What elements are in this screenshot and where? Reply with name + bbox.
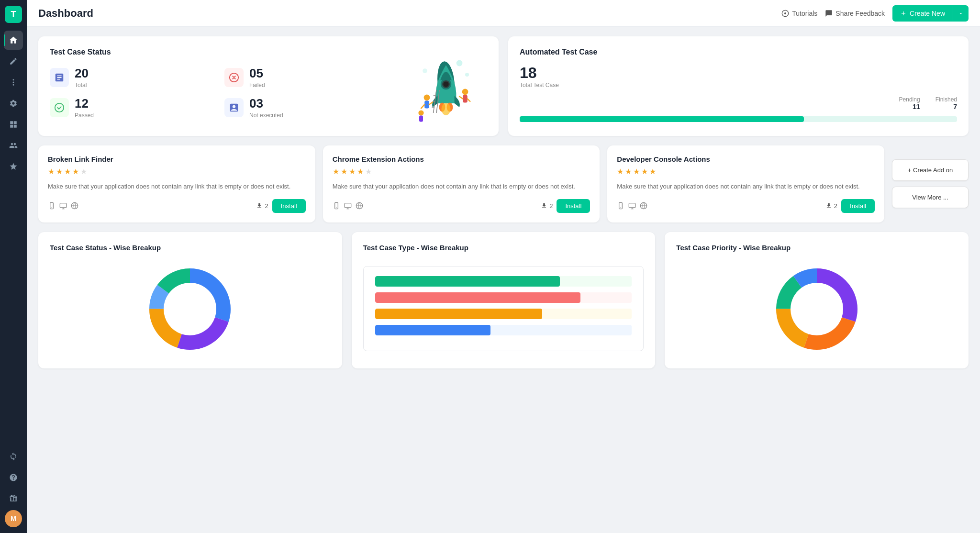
- download-icon: [256, 202, 263, 209]
- svg-rect-38: [345, 203, 351, 208]
- user-avatar[interactable]: M: [5, 510, 22, 527]
- install-button-developer-console[interactable]: Install: [841, 199, 875, 213]
- svg-point-7: [457, 60, 463, 67]
- addon-footer-chrome-extension: 2 Install: [333, 199, 590, 213]
- chart-container-type: [363, 261, 644, 356]
- sidebar-item-home[interactable]: [4, 31, 23, 50]
- progress-bar-container: [520, 116, 957, 122]
- svg-line-19: [421, 104, 424, 108]
- main-content: Dashboard Tutorials Share Feedback Creat…: [27, 0, 980, 533]
- chart-title-priority: Test Case Priority - Wise Breakup: [676, 244, 957, 252]
- svg-point-8: [465, 73, 469, 77]
- automated-subtitle: Total Test Case: [520, 82, 957, 89]
- addon-icons-chrome-extension: [333, 202, 363, 210]
- globe-icon-3: [640, 202, 647, 210]
- star-5: ★: [80, 167, 87, 176]
- svg-point-0: [13, 79, 14, 80]
- sidebar-item-edit[interactable]: [4, 52, 23, 71]
- create-addon-button[interactable]: + Create Add on: [892, 159, 969, 181]
- addon-footer-broken-link: 2 Install: [48, 199, 306, 213]
- svg-line-23: [459, 97, 463, 99]
- globe-icon-2: [356, 202, 363, 210]
- sidebar-item-gift[interactable]: [4, 489, 23, 508]
- svg-point-1: [13, 82, 14, 83]
- addons-sidebar: + Create Add on View More ...: [892, 145, 969, 222]
- star-3: ★: [64, 167, 71, 176]
- downloads-developer-console: 2: [825, 202, 837, 210]
- automated-stats: Pending 11 Finished 7: [520, 96, 957, 111]
- desktop-icon-3: [628, 202, 636, 210]
- bar-row-3: [375, 309, 632, 319]
- sidebar-item-help[interactable]: [4, 468, 23, 487]
- test-case-status-card: Test Case Status 20 Total: [38, 36, 499, 136]
- home-icon: [9, 35, 18, 45]
- app-logo[interactable]: T: [5, 6, 22, 23]
- addon-desc-broken-link: Make sure that your application does not…: [48, 182, 306, 191]
- svg-point-13: [443, 81, 448, 87]
- users-icon: [9, 141, 18, 150]
- downloads-chrome-extension: 2: [541, 202, 553, 210]
- status-stats: Test Case Status 20 Total: [50, 48, 391, 124]
- svg-point-17: [424, 95, 430, 101]
- sidebar-item-users[interactable]: [4, 136, 23, 155]
- auto-stat-finished: Finished 7: [935, 96, 957, 111]
- not-executed-label: Not executed: [249, 112, 283, 119]
- addon-desc-chrome-extension: Make sure that your application does not…: [333, 182, 590, 191]
- addon-actions-developer-console: 2 Install: [825, 199, 875, 213]
- status-item-total: 20 Total: [50, 66, 217, 89]
- mobile-icon-2: [333, 202, 340, 210]
- addons-row: Broken Link Finder ★ ★ ★ ★ ★ Make sure t…: [38, 145, 969, 222]
- chart-container-status: [50, 261, 331, 357]
- sidebar: T M: [0, 0, 27, 533]
- chart-card-type: Test Case Type - Wise Breakup: [352, 232, 656, 368]
- downloads-broken-link: 2: [256, 202, 268, 210]
- test-case-status-title: Test Case Status: [50, 48, 391, 56]
- globe-icon: [71, 202, 78, 210]
- star-5: ★: [365, 167, 372, 176]
- svg-point-6: [55, 103, 64, 111]
- rocket-illustration: [401, 48, 487, 124]
- sidebar-item-refresh[interactable]: [4, 447, 23, 466]
- sidebar-item-settings[interactable]: [4, 94, 23, 113]
- svg-line-24: [468, 99, 470, 101]
- feedback-icon: [825, 10, 833, 17]
- feedback-button[interactable]: Share Feedback: [825, 10, 885, 17]
- svg-point-2: [13, 84, 14, 86]
- star-4: ★: [357, 167, 364, 176]
- star-1: ★: [617, 167, 624, 176]
- chart-container-priority: [676, 261, 957, 357]
- star-1: ★: [48, 167, 55, 176]
- stars-chrome-extension: ★ ★ ★ ★ ★: [333, 167, 590, 176]
- addon-icons-broken-link: [48, 202, 78, 210]
- addon-footer-developer-console: 2 Install: [617, 199, 875, 213]
- chart-card-status: Test Case Status - Wise Breakup: [38, 232, 342, 368]
- create-new-dropdown-arrow[interactable]: [953, 6, 969, 21]
- svg-point-37: [336, 207, 336, 208]
- passed-number: 12: [75, 96, 94, 111]
- sidebar-item-dots[interactable]: [4, 73, 23, 92]
- addon-card-chrome-extension: Chrome Extension Actions ★ ★ ★ ★ ★ Make …: [323, 145, 600, 222]
- header-actions: Tutorials Share Feedback Create New: [781, 5, 969, 22]
- passed-icon: [50, 98, 69, 117]
- install-button-broken-link[interactable]: Install: [272, 199, 306, 213]
- addon-actions-chrome-extension: 2 Install: [541, 199, 590, 213]
- view-more-button[interactable]: View More ...: [892, 187, 969, 208]
- chevron-down-icon: [958, 11, 964, 16]
- help-icon: [9, 473, 18, 482]
- total-icon: [50, 68, 69, 87]
- svg-point-33: [51, 207, 52, 208]
- addon-title-developer-console: Developer Console Actions: [617, 155, 875, 163]
- bar-row-4: [375, 325, 632, 335]
- tutorials-button[interactable]: Tutorials: [781, 10, 817, 17]
- sidebar-item-star[interactable]: [4, 157, 23, 176]
- status-item-failed: 05 Failed: [224, 66, 391, 89]
- edit-icon: [9, 57, 18, 66]
- settings-icon: [9, 99, 18, 108]
- sidebar-item-grid[interactable]: [4, 115, 23, 134]
- install-button-chrome-extension[interactable]: Install: [557, 199, 590, 213]
- bar-row-1: [375, 276, 632, 287]
- star-4: ★: [641, 167, 648, 176]
- stars-developer-console: ★ ★ ★ ★ ★: [617, 167, 875, 176]
- create-new-button[interactable]: Create New: [892, 5, 969, 22]
- addon-icons-developer-console: [617, 202, 647, 210]
